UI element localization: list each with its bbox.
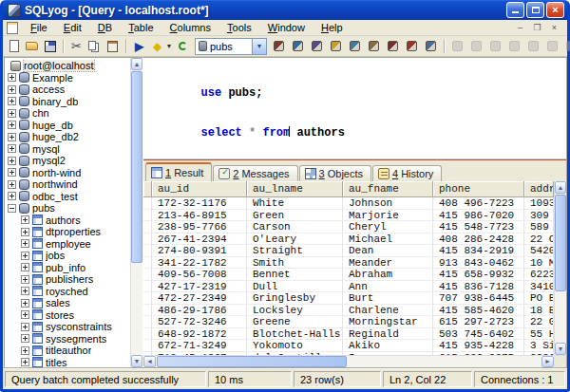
cell-au-fname[interactable]: Charlene: [343, 305, 433, 317]
cell-au-id[interactable]: 274-80-9391: [152, 245, 247, 257]
scroll-up-icon[interactable]: ▲: [131, 58, 142, 70]
cell-address[interactable]: 5420: [524, 245, 554, 257]
cell-au-fname[interactable]: Reginald: [343, 328, 433, 341]
results-tab[interactable]: 2 Messages: [213, 165, 297, 181]
execute-options-icon[interactable]: ◆: [149, 38, 165, 54]
cell-au-lname[interactable]: Smith: [247, 257, 343, 270]
refresh-icon[interactable]: [175, 38, 191, 54]
tree-item[interactable]: north-wind: [5, 167, 130, 179]
tree-item[interactable]: huge_db: [5, 120, 130, 132]
tree-expander-icon[interactable]: [8, 97, 16, 105]
cell-au-fname[interactable]: Abraham: [343, 269, 433, 281]
cell-au-id[interactable]: 527-72-3246: [152, 316, 247, 328]
add-user-icon[interactable]: [271, 38, 287, 54]
column-header[interactable]: phone: [433, 181, 524, 197]
cell-au-fname[interactable]: Ann: [343, 281, 433, 293]
cell-au-fname[interactable]: Akiko: [343, 340, 433, 352]
results-tab[interactable]: 3 Objects: [299, 165, 371, 181]
cell-au-id[interactable]: 672-71-3249: [152, 340, 247, 352]
cell-au-id[interactable]: 409-56-7008: [152, 269, 247, 281]
minimize-button[interactable]: [506, 2, 524, 18]
table-row[interactable]: 472-27-2349 Gringlesby Burt 707 938-6445…: [143, 292, 554, 305]
create-database-icon[interactable]: [328, 38, 344, 54]
table-row[interactable]: 486-29-1786 Locksley Charlene 415 585-46…: [143, 305, 554, 317]
tree-item[interactable]: jobs: [5, 250, 130, 262]
tree-expander-icon[interactable]: [8, 192, 16, 200]
cell-phone[interactable]: 415 836-7128: [433, 281, 524, 293]
cell-address[interactable]: 309 6: [524, 210, 554, 222]
record-selector-cell[interactable]: [143, 305, 152, 317]
cell-au-fname[interactable]: Burt: [343, 292, 433, 305]
cell-au-lname[interactable]: Locksley: [247, 305, 343, 317]
cell-au-id[interactable]: 238-95-7766: [152, 221, 247, 233]
tree-item[interactable]: titles: [5, 357, 130, 368]
cell-au-id[interactable]: 267-41-2394: [152, 233, 247, 246]
record-selector-cell[interactable]: [143, 340, 152, 352]
menu-item[interactable]: Tools: [220, 21, 258, 34]
query-tab-icon[interactable]: [7, 22, 18, 34]
cell-au-lname[interactable]: O'Leary: [247, 233, 343, 246]
cell-au-id[interactable]: 486-29-1786: [152, 305, 247, 317]
tree-expander-icon[interactable]: [21, 346, 29, 355]
database-selector[interactable]: pubs ▼: [195, 38, 267, 55]
tree-item[interactable]: access: [5, 84, 130, 96]
tree-expander-icon[interactable]: [8, 133, 16, 141]
tree-scrollbar[interactable]: ▲ ▼: [130, 58, 142, 367]
tree-item[interactable]: authors: [5, 215, 130, 227]
record-selector-cell[interactable]: [143, 245, 152, 257]
mdi-restore-button[interactable]: ❐: [530, 22, 544, 34]
table-row[interactable]: 238-95-7766 Carson Cheryl 415 548-7723 5…: [143, 221, 554, 233]
cell-au-lname[interactable]: Carson: [247, 221, 343, 233]
scroll-down-icon[interactable]: ▼: [555, 343, 566, 355]
cell-au-lname[interactable]: Straight: [247, 245, 343, 257]
cell-phone[interactable]: 415 986-7020: [433, 210, 524, 222]
copy-icon[interactable]: [86, 38, 103, 54]
table-row[interactable]: 172-32-1176 White Johnson 408 496-7223 1…: [143, 197, 554, 210]
scroll-down-icon[interactable]: ▼: [131, 355, 142, 367]
table-row[interactable]: 267-41-2394 O'Leary Michael 408 286-2428…: [143, 233, 554, 246]
tree-expander-icon[interactable]: [8, 204, 16, 213]
scroll-left-icon[interactable]: ◄: [143, 356, 156, 367]
tree-item[interactable]: Example: [5, 72, 130, 84]
sep[interactable]: [63, 39, 64, 53]
tree-item[interactable]: huge_db2: [5, 131, 130, 143]
tree-expander-icon[interactable]: [21, 228, 29, 236]
menu-item[interactable]: Edit: [57, 21, 88, 34]
menu-item[interactable]: Help: [314, 21, 350, 34]
table-row[interactable]: 427-17-2319 Dull Ann 415 836-7128 3410: [143, 281, 554, 293]
cell-au-id[interactable]: 472-27-2349: [152, 292, 247, 305]
grid-vscrollbar-thumb[interactable]: [555, 195, 566, 291]
cell-au-id[interactable]: 341-22-1782: [152, 257, 247, 270]
cell-phone[interactable]: 615 297-2723: [433, 316, 524, 328]
menu-item[interactable]: DB: [91, 21, 119, 34]
record-selector-cell[interactable]: [143, 328, 152, 341]
record-selector-cell[interactable]: [143, 210, 152, 222]
table-row[interactable]: 409-56-7008 Bennet Abraham 415 658-9932 …: [143, 269, 554, 281]
cell-address[interactable]: PO Bo: [524, 292, 554, 305]
cell-au-id[interactable]: 648-92-1872: [152, 328, 247, 341]
mdi-close-button[interactable]: ×: [547, 22, 561, 34]
tree-expander-icon[interactable]: [8, 73, 16, 82]
cell-address[interactable]: 55 Hi: [524, 328, 554, 341]
open-file-icon[interactable]: [24, 38, 40, 54]
tree-item[interactable]: sysconstraints: [5, 321, 130, 333]
table-row[interactable]: 672-71-3249 Yokomoto Akiko 415 935-4228 …: [143, 340, 554, 352]
grid-hscrollbar-thumb[interactable]: [157, 356, 347, 367]
scroll-right-icon[interactable]: ►: [542, 356, 554, 367]
cell-au-fname[interactable]: Cheryl: [343, 221, 433, 233]
tree-item[interactable]: syssegments: [5, 333, 130, 345]
tree-item[interactable]: chn: [5, 107, 130, 120]
tree-expander-icon[interactable]: [21, 287, 29, 295]
tree-item[interactable]: binary_db: [5, 96, 130, 108]
cell-au-lname[interactable]: Green: [247, 210, 343, 222]
tree-expander-icon[interactable]: [8, 121, 16, 129]
table-row[interactable]: 341-22-1782 Smith Meander 913 843-0462 1…: [143, 257, 554, 270]
tree-item[interactable]: mysql: [5, 143, 130, 156]
record-selector-cell[interactable]: [143, 281, 152, 293]
cell-au-fname[interactable]: Meander: [343, 257, 433, 270]
tree-expander-icon[interactable]: [8, 157, 16, 165]
save-icon[interactable]: [42, 38, 58, 54]
combo-dropdown-button[interactable]: ▼: [252, 39, 266, 54]
tree-expander-icon[interactable]: [21, 275, 29, 284]
tree-item[interactable]: mysql2: [5, 155, 130, 167]
